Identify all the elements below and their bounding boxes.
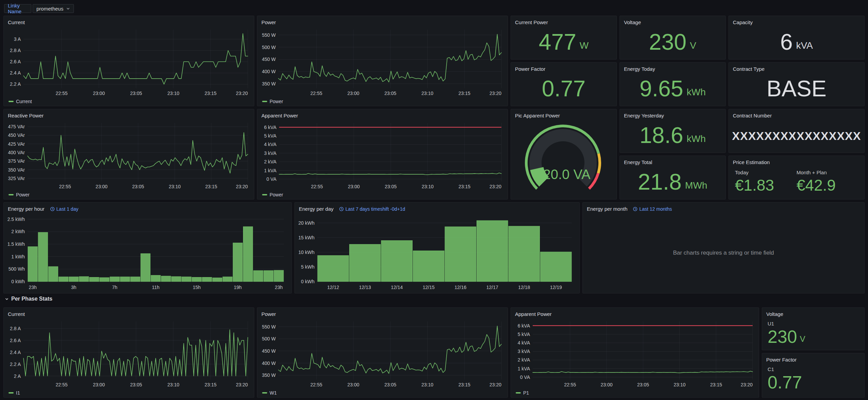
svg-text:23:20: 23:20 bbox=[236, 184, 248, 189]
svg-text:23:20: 23:20 bbox=[741, 382, 753, 387]
legend-item[interactable]: Power bbox=[262, 99, 283, 104]
panel-title: Power Factor bbox=[766, 357, 797, 363]
legend-label: Current bbox=[16, 99, 32, 104]
svg-text:23:15: 23:15 bbox=[205, 382, 216, 387]
stat-value: 477 W bbox=[539, 24, 589, 59]
svg-text:22:55: 22:55 bbox=[59, 184, 71, 189]
svg-text:7h: 7h bbox=[112, 285, 117, 290]
svg-text:23:05: 23:05 bbox=[130, 382, 142, 387]
svg-text:22:55: 22:55 bbox=[310, 382, 322, 387]
clock-icon bbox=[339, 207, 344, 211]
svg-text:23:00: 23:00 bbox=[93, 91, 105, 96]
timerange-link[interactable]: Last 12 months bbox=[633, 206, 672, 212]
svg-text:23:00: 23:00 bbox=[348, 184, 360, 189]
stat-value: 21.8 MWh bbox=[638, 164, 707, 199]
panel-energy-today-stat: Energy Today 9.65 kWh bbox=[620, 62, 726, 106]
svg-text:12/17: 12/17 bbox=[486, 285, 498, 290]
series-color-swatch bbox=[262, 101, 267, 102]
legend-item[interactable]: Current bbox=[9, 99, 32, 104]
svg-text:2 kVA: 2 kVA bbox=[264, 159, 277, 164]
svg-text:2.2 A: 2.2 A bbox=[10, 362, 21, 367]
svg-text:3 kVA: 3 kVA bbox=[264, 150, 277, 156]
svg-text:23:10: 23:10 bbox=[167, 382, 179, 387]
panel-title: Current bbox=[8, 311, 25, 317]
panel-voltage-u1-stat: Voltage U1 230 V bbox=[762, 307, 865, 350]
chevron-down-icon bbox=[5, 297, 9, 301]
stat-value: BASE bbox=[767, 71, 826, 106]
legend-item[interactable]: P1 bbox=[516, 390, 529, 396]
svg-text:12/18: 12/18 bbox=[518, 285, 530, 290]
panel-title: Price Estimation bbox=[733, 159, 770, 165]
svg-text:23:05: 23:05 bbox=[130, 91, 142, 96]
svg-text:720.0 VA: 720.0 VA bbox=[535, 167, 591, 182]
panel-power: Power 350 W400 W450 W500 W550 W22:5523:0… bbox=[257, 16, 508, 106]
reactive-power-chart-canvas[interactable]: 325 VAr350 VAr375 VAr400 VAr425 VAr450 V… bbox=[5, 119, 251, 190]
svg-text:20 kWh: 20 kWh bbox=[299, 220, 315, 226]
svg-text:23:00: 23:00 bbox=[348, 382, 359, 387]
svg-text:23:20: 23:20 bbox=[489, 382, 501, 387]
current-chart-canvas[interactable]: 2.2 A2.4 A2.6 A2.8 A3 A22:5523:0023:0523… bbox=[5, 26, 251, 97]
svg-text:500 W: 500 W bbox=[262, 336, 276, 341]
energy-per-day-chart-canvas[interactable]: 0 kWh5 kWh10 kWh15 kWh20 kWh12/1212/1312… bbox=[296, 213, 577, 292]
stat-value: 0.77 bbox=[762, 372, 864, 391]
panel-capacity-stat: Capacity 6 kVA bbox=[728, 16, 865, 60]
stat-value: 6 kVA bbox=[780, 24, 813, 59]
panel-apparent-power: Apparent Power 0 VA1 kVA2 kVA3 kVA4 kVA5… bbox=[257, 109, 508, 199]
svg-text:0 kWh: 0 kWh bbox=[301, 279, 315, 284]
svg-text:350 W: 350 W bbox=[262, 81, 276, 86]
current-phase-chart-canvas[interactable]: 2 A2.2 A2.4 A2.6 A2.8 A22:5523:0023:0523… bbox=[5, 318, 251, 388]
timerange-label: Last 1 day bbox=[57, 206, 79, 212]
panel-title: Voltage bbox=[624, 19, 641, 25]
svg-text:0 VA: 0 VA bbox=[520, 374, 530, 380]
svg-text:23:10: 23:10 bbox=[422, 184, 434, 189]
series-color-swatch bbox=[262, 194, 267, 195]
legend-item[interactable]: Power bbox=[9, 192, 30, 197]
panel-reactive-power: Reactive Power 325 VAr350 VAr375 VAr400 … bbox=[3, 109, 254, 199]
svg-text:23:20: 23:20 bbox=[489, 91, 501, 96]
panel-title: Energy per hour bbox=[8, 206, 45, 212]
variable-value-dropdown[interactable]: prometheus bbox=[33, 4, 74, 13]
power-chart-canvas[interactable]: 350 W400 W450 W500 W550 W22:5523:0023:05… bbox=[259, 26, 505, 97]
svg-text:22:55: 22:55 bbox=[56, 91, 68, 96]
timerange-label: Last 12 months bbox=[639, 206, 672, 212]
panel-energy-yesterday-stat: Energy Yesterday 18.6 kWh bbox=[620, 109, 726, 153]
svg-text:550 W: 550 W bbox=[262, 324, 276, 330]
energy-per-hour-chart-canvas[interactable]: 0 kWh500 Wh1 kWh1.5 kWh2 kWh2.5 kWh23h3h… bbox=[5, 213, 289, 292]
row-toggle-per-phase-stats[interactable]: Per Phase Stats bbox=[5, 296, 52, 302]
stat-value: 230 V bbox=[762, 326, 864, 346]
apparent-power-phase-chart-canvas[interactable]: 0 VA1 kVA2 kVA3 kVA4 kVA5 kVA6 kVA22:552… bbox=[512, 318, 756, 388]
legend-item[interactable]: I1 bbox=[9, 390, 20, 396]
timerange-link[interactable]: Last 1 day bbox=[50, 206, 79, 212]
legend-item[interactable]: Power bbox=[262, 192, 283, 197]
svg-text:5 kVA: 5 kVA bbox=[518, 332, 530, 337]
svg-text:10 kWh: 10 kWh bbox=[299, 250, 315, 255]
series-color-swatch bbox=[516, 392, 521, 394]
legend-item[interactable]: W1 bbox=[262, 390, 277, 396]
gauge: 720.0 VA bbox=[512, 119, 614, 198]
svg-text:1 kVA: 1 kVA bbox=[264, 168, 277, 173]
svg-text:2 kWh: 2 kWh bbox=[11, 229, 25, 234]
svg-text:2.4 A: 2.4 A bbox=[10, 70, 21, 76]
svg-text:3h: 3h bbox=[71, 285, 77, 290]
legend-label: W1 bbox=[270, 390, 277, 396]
legend-label: Power bbox=[270, 192, 283, 197]
panel-current-phase: Current 2 A2.2 A2.4 A2.6 A2.8 A22:5523:0… bbox=[3, 307, 254, 398]
svg-text:12/16: 12/16 bbox=[454, 285, 466, 290]
stat-value: 0.77 bbox=[542, 71, 585, 106]
power-phase-chart-canvas[interactable]: 350 W400 W450 W500 W550 W22:5523:0023:05… bbox=[259, 318, 505, 388]
panel-title: Capacity bbox=[733, 19, 753, 25]
series-sublabel: U1 bbox=[762, 318, 864, 326]
variable-label-button[interactable]: Linky Name bbox=[4, 4, 31, 13]
svg-text:23:05: 23:05 bbox=[132, 184, 144, 189]
svg-text:425 VAr: 425 VAr bbox=[8, 141, 25, 147]
svg-text:23:05: 23:05 bbox=[384, 91, 396, 96]
panel-title: Power bbox=[261, 311, 276, 317]
svg-text:3 A: 3 A bbox=[14, 36, 21, 42]
svg-text:23:00: 23:00 bbox=[93, 382, 105, 387]
svg-text:3 kVA: 3 kVA bbox=[518, 349, 530, 354]
panel-title: Reactive Power bbox=[8, 113, 44, 118]
price-month-value: €42.9 bbox=[797, 177, 858, 193]
apparent-power-chart-canvas[interactable]: 0 VA1 kVA2 kVA3 kVA4 kVA5 kVA6 kVA22:552… bbox=[259, 119, 505, 190]
svg-text:23:20: 23:20 bbox=[489, 184, 501, 189]
timerange-link[interactable]: Last 7 days timeshift -0d+1d bbox=[339, 206, 405, 212]
